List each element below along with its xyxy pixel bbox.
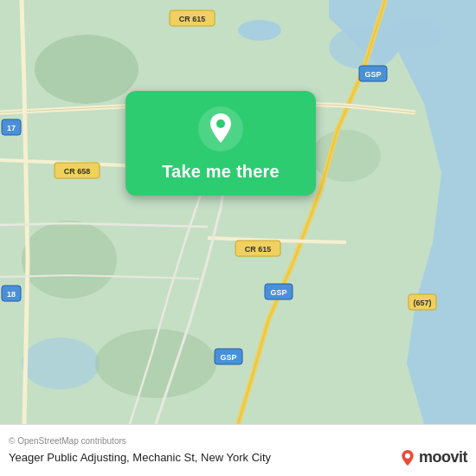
take-me-there-card[interactable]: Take me there xyxy=(125,91,316,196)
svg-point-28 xyxy=(216,119,225,128)
svg-point-8 xyxy=(312,130,381,182)
svg-text:CR 615: CR 615 xyxy=(179,15,206,23)
svg-text:CR 658: CR 658 xyxy=(64,167,91,176)
copyright-text: © OpenStreetMap contributors xyxy=(9,436,467,446)
bottom-bar: © OpenStreetMap contributors Yeager Publ… xyxy=(0,424,476,476)
svg-point-2 xyxy=(389,19,441,50)
map-container: CR 615 CR 615 CR 658 GSP GSP GSP 17 18 (… xyxy=(0,0,476,424)
svg-text:GSP: GSP xyxy=(220,353,236,362)
svg-text:17: 17 xyxy=(7,124,16,132)
svg-text:GSP: GSP xyxy=(270,288,286,297)
svg-text:18: 18 xyxy=(7,290,16,299)
svg-point-29 xyxy=(405,453,410,458)
moovit-pin-icon xyxy=(400,450,415,466)
svg-text:CR 615: CR 615 xyxy=(245,245,272,254)
svg-text:(657): (657) xyxy=(413,299,431,307)
bottom-info: Yeager Public Adjusting, Mechanic St, Ne… xyxy=(9,448,467,466)
svg-point-3 xyxy=(238,20,281,41)
location-pin-icon xyxy=(198,106,243,151)
moovit-brand-name: moovit xyxy=(419,448,467,466)
svg-text:GSP: GSP xyxy=(364,70,381,79)
svg-point-4 xyxy=(22,338,100,389)
svg-point-7 xyxy=(22,221,117,299)
moovit-logo: moovit xyxy=(400,448,467,466)
svg-point-5 xyxy=(35,35,138,104)
take-me-there-button[interactable]: Take me there xyxy=(162,162,280,182)
location-text: Yeager Public Adjusting, Mechanic St, Ne… xyxy=(9,451,271,464)
